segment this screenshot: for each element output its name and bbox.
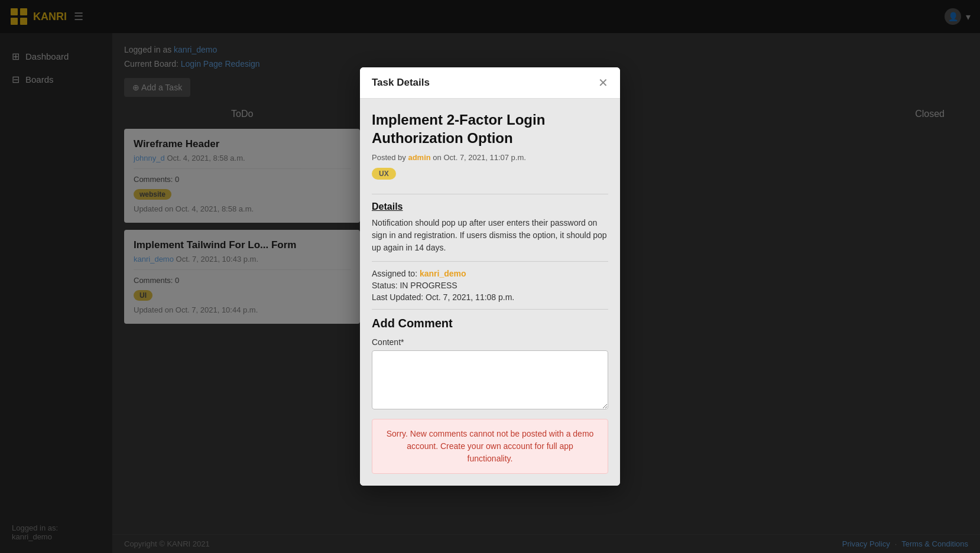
task-details-modal: Task Details ✕ Implement 2-Factor Login … [360, 67, 620, 486]
last-updated: Last Updated: Oct. 7, 2021, 11:08 p.m. [372, 292, 608, 302]
comment-textarea[interactable] [372, 350, 608, 409]
add-comment-heading: Add Comment [372, 317, 608, 330]
modal-overlay[interactable]: Task Details ✕ Implement 2-Factor Login … [0, 0, 980, 553]
task-detail-posted: Posted by admin on Oct. 7, 2021, 11:07 p… [372, 153, 608, 162]
modal-body: Implement 2-Factor Login Authorization O… [360, 99, 620, 486]
posted-on: on Oct. 7, 2021, 11:07 p.m. [433, 153, 526, 162]
modal-title: Task Details [372, 77, 430, 89]
task-status: Status: IN PROGRESS [372, 281, 608, 290]
modal-divider-3 [372, 309, 608, 310]
updated-label: Last Updated: [372, 292, 426, 302]
modal-divider-1 [372, 194, 608, 194]
error-message-box: Sorry. New comments cannot not be posted… [372, 419, 608, 474]
assigned-label: Assigned to: [372, 269, 420, 278]
details-heading: Details [372, 201, 608, 212]
status-label: Status: [372, 281, 400, 290]
task-assignment-info: Assigned to: kanri_demo Status: IN PROGR… [372, 269, 608, 302]
assigned-user-link[interactable]: kanri_demo [420, 269, 466, 278]
assigned-to: Assigned to: kanri_demo [372, 269, 608, 278]
updated-value: Oct. 7, 2021, 11:08 p.m. [426, 292, 514, 302]
content-label: Content* [372, 337, 608, 347]
modal-header: Task Details ✕ [360, 67, 620, 99]
posted-by-link[interactable]: admin [408, 153, 430, 162]
posted-prefix: Posted by [372, 153, 408, 162]
details-section: Details Notification should pop up after… [372, 201, 608, 254]
task-detail-tag: UX [372, 168, 396, 180]
details-text: Notification should pop up after user en… [372, 217, 608, 254]
modal-divider-2 [372, 261, 608, 262]
status-value: IN PROGRESS [400, 281, 457, 290]
add-comment-section: Add Comment Content* Sorry. New comments… [372, 317, 608, 474]
task-detail-title: Implement 2-Factor Login Authorization O… [372, 110, 608, 147]
modal-close-button[interactable]: ✕ [598, 77, 608, 89]
